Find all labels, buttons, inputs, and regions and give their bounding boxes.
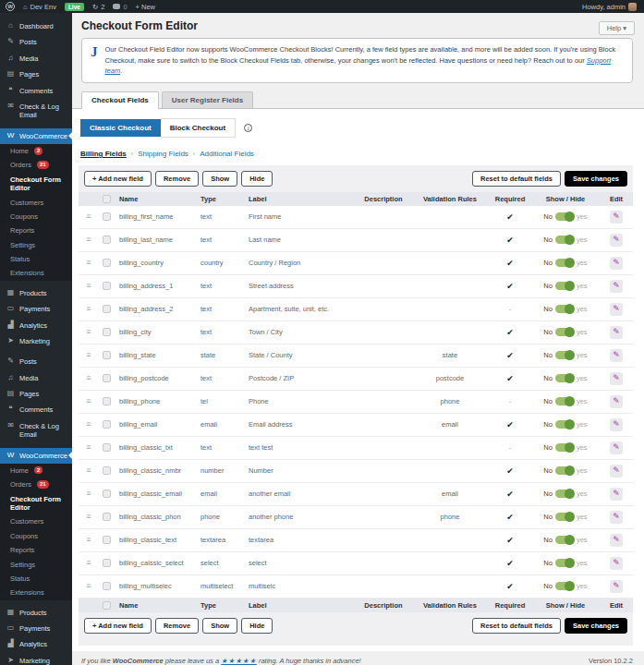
drag-handle-icon[interactable]: ≡ (79, 328, 99, 336)
show-hide-toggle[interactable] (555, 259, 574, 267)
info-icon[interactable]: i (244, 124, 252, 132)
drag-handle-icon[interactable]: ≡ (79, 559, 99, 567)
row-checkbox[interactable] (103, 328, 111, 336)
drag-handle-icon[interactable]: ≡ (79, 305, 99, 313)
row-checkbox[interactable] (103, 559, 111, 567)
hide-button-bottom[interactable]: Hide (241, 618, 273, 634)
row-checkbox[interactable] (103, 282, 111, 290)
add-new-field-button-bottom[interactable]: + Add new field (84, 618, 152, 634)
edit-field-button[interactable]: ✎ (610, 257, 623, 270)
reset-default-fields-button-bottom[interactable]: Reset to default fields (472, 618, 561, 634)
sidebar-item[interactable]: ❝ Comments (0, 402, 72, 417)
sidebar-item[interactable]: Status (0, 252, 72, 266)
help-button[interactable]: Help ▾ (599, 21, 635, 35)
row-checkbox[interactable] (103, 351, 111, 359)
edit-field-button[interactable]: ✎ (610, 372, 623, 385)
edit-field-button[interactable]: ✎ (610, 441, 623, 454)
sidebar-item[interactable]: W WooCommerce (0, 448, 72, 464)
tab-user-register-fields[interactable]: User Register Fields (162, 91, 253, 108)
save-changes-button[interactable]: Save changes (565, 171, 627, 187)
edit-field-button[interactable]: ✎ (610, 349, 623, 362)
tab-checkout-fields[interactable]: Checkout Fields (81, 91, 159, 109)
drag-handle-icon[interactable]: ≡ (79, 582, 99, 590)
row-checkbox[interactable] (103, 513, 111, 521)
sidebar-item[interactable]: Home 2 (0, 144, 72, 158)
show-hide-toggle[interactable] (555, 420, 574, 429)
edit-field-button[interactable]: ✎ (610, 211, 623, 224)
row-checkbox[interactable] (103, 259, 111, 267)
sidebar-item[interactable]: W WooCommerce (0, 128, 72, 144)
sidebar-item[interactable]: Checkout Form Editor (0, 173, 72, 196)
drag-handle-icon[interactable]: ≡ (79, 282, 99, 290)
sidebar-item[interactable]: Settings (0, 238, 72, 252)
select-all-checkbox-bottom[interactable] (103, 601, 111, 610)
hide-button[interactable]: Hide (241, 171, 273, 187)
edit-field-button[interactable]: ✎ (610, 395, 623, 408)
add-new-field-button[interactable]: + Add new field (84, 171, 152, 187)
sidebar-item[interactable]: ⌂ Dashboard (0, 18, 72, 34)
select-all-checkbox[interactable] (103, 195, 111, 203)
show-hide-toggle[interactable] (555, 236, 574, 244)
edit-field-button[interactable]: ✎ (610, 580, 623, 593)
row-checkbox[interactable] (103, 374, 111, 382)
edit-field-button[interactable]: ✎ (610, 465, 623, 478)
remove-button[interactable]: Remove (155, 171, 199, 187)
shipping-fields-link[interactable]: Shipping Fields (138, 150, 188, 158)
edit-field-button[interactable]: ✎ (610, 280, 623, 293)
sidebar-item[interactable]: ✉ Check & Log Email (0, 418, 72, 443)
show-hide-toggle[interactable] (555, 397, 574, 405)
updates-link[interactable]: ↻ 2 (92, 3, 104, 11)
sidebar-item[interactable]: Coupons (0, 529, 72, 543)
remove-button-bottom[interactable]: Remove (155, 618, 199, 634)
block-checkout-button[interactable]: Block Checkout (161, 118, 236, 138)
drag-handle-icon[interactable]: ≡ (79, 397, 99, 405)
show-hide-toggle[interactable] (555, 212, 574, 221)
sidebar-item[interactable]: Extensions (0, 266, 72, 280)
comments-link[interactable]: 0 (113, 3, 127, 11)
rating-stars-link[interactable]: ★★★★★ (221, 657, 257, 665)
sidebar-item[interactable]: ▭ Payments (0, 621, 72, 636)
show-hide-toggle[interactable] (555, 328, 574, 336)
sidebar-item[interactable]: ➤ Marketing (0, 653, 72, 665)
drag-handle-icon[interactable]: ≡ (79, 236, 99, 244)
sidebar-item[interactable]: ▤ Pages (0, 386, 72, 402)
show-hide-toggle[interactable] (555, 466, 574, 475)
sidebar-item[interactable]: ✎ Posts (0, 354, 72, 369)
sidebar-item[interactable]: ▦ Products (0, 605, 72, 621)
sidebar-item[interactable]: ❝ Comments (0, 83, 72, 99)
show-hide-toggle[interactable] (555, 443, 574, 452)
show-hide-toggle[interactable] (555, 351, 574, 359)
sidebar-item[interactable]: Customers (0, 514, 72, 528)
row-checkbox[interactable] (103, 420, 111, 429)
row-checkbox[interactable] (103, 397, 111, 405)
show-hide-toggle[interactable] (555, 582, 574, 590)
sidebar-item[interactable]: Customers (0, 196, 72, 210)
row-checkbox[interactable] (103, 466, 111, 475)
show-button[interactable]: Show (202, 171, 237, 187)
sidebar-item[interactable]: Orders 21 (0, 158, 72, 172)
sidebar-item[interactable]: ▟ Analytics (0, 636, 72, 652)
account-menu[interactable]: Howdy, admin (582, 3, 637, 11)
sidebar-item[interactable]: ✎ Posts (0, 34, 72, 50)
drag-handle-icon[interactable]: ≡ (79, 420, 99, 429)
row-checkbox[interactable] (103, 490, 111, 498)
save-changes-button-bottom[interactable]: Save changes (565, 618, 627, 634)
edit-field-button[interactable]: ✎ (610, 488, 623, 501)
sidebar-item[interactable]: Home 2 (0, 464, 72, 478)
wordpress-menu[interactable]: W (6, 2, 15, 11)
show-hide-toggle[interactable] (555, 490, 574, 498)
sidebar-item[interactable]: Extensions (0, 586, 72, 599)
row-checkbox[interactable] (103, 212, 111, 221)
sidebar-item[interactable]: Coupons (0, 210, 72, 224)
drag-handle-icon[interactable]: ≡ (79, 212, 99, 221)
drag-handle-icon[interactable]: ≡ (79, 536, 99, 544)
reset-default-fields-button[interactable]: Reset to default fields (472, 171, 561, 187)
site-home-link[interactable]: ⌂ Dev Env (23, 3, 56, 11)
row-checkbox[interactable] (103, 443, 111, 452)
drag-handle-icon[interactable]: ≡ (79, 443, 99, 452)
show-hide-toggle[interactable] (555, 559, 574, 567)
drag-handle-icon[interactable]: ≡ (79, 259, 99, 267)
edit-field-button[interactable]: ✎ (610, 511, 623, 524)
sidebar-item[interactable]: ➤ Marketing (0, 333, 72, 349)
show-hide-toggle[interactable] (555, 305, 574, 313)
